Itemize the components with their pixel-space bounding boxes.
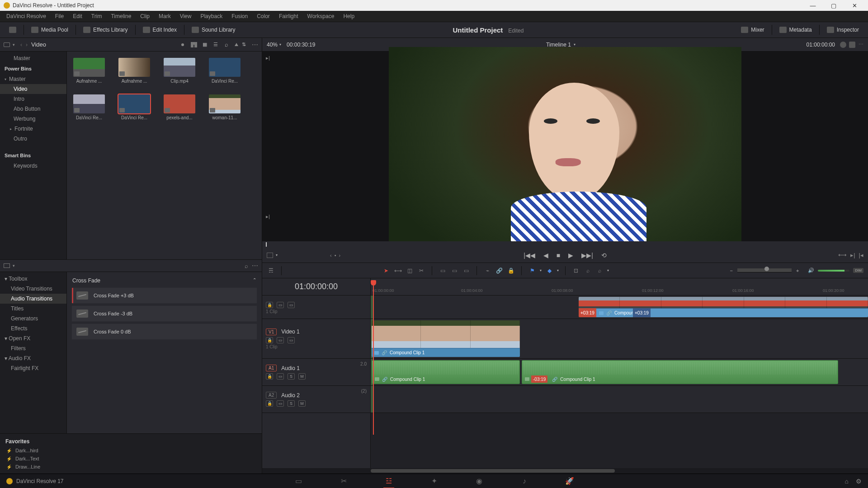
track-toggle[interactable]: ▭ <box>277 373 284 380</box>
track-toggle[interactable]: ▭ <box>277 400 284 407</box>
lane-v1[interactable]: 🔗Compound Clip 1 <box>371 319 868 359</box>
tree-pb-master[interactable]: ▾Master <box>0 74 66 84</box>
dim-button[interactable]: DIM <box>853 268 863 273</box>
detail-zoom-icon[interactable]: ⌕ <box>584 267 592 274</box>
list-view-icon[interactable]: ☰ <box>212 41 219 48</box>
viewer-mode-icon[interactable] <box>267 253 273 258</box>
tree-master[interactable]: Master <box>0 53 66 63</box>
bin-clip[interactable]: DaVinci Re... <box>209 58 241 84</box>
tab-fairlight[interactable]: ♪ <box>518 476 531 487</box>
full-extent-zoom-icon[interactable]: ⊡ <box>572 267 580 274</box>
viewer-more-icon[interactable]: ⋯ <box>859 42 863 47</box>
sort-icon[interactable]: ⇅ <box>240 41 247 48</box>
menu-file[interactable]: File <box>51 12 68 21</box>
master-timecode[interactable]: 01:00:00:00 <box>807 42 835 48</box>
chevron-down-icon[interactable]: ▾ <box>279 42 281 47</box>
source-timecode[interactable]: 00:00:30:19 <box>287 42 315 48</box>
menu-timeline[interactable]: Timeline <box>106 12 136 21</box>
menu-mark[interactable]: Mark <box>154 12 175 21</box>
timeline-ruler[interactable]: 01:00:00:00 01:00:04:00 01:00:08:00 01:0… <box>371 278 868 296</box>
custom-zoom-icon[interactable]: ⌕ <box>595 267 604 274</box>
fx-filters[interactable]: Filters <box>0 343 66 353</box>
tree-outro[interactable]: Outro <box>0 134 66 144</box>
blade-tool[interactable]: ✂ <box>417 267 425 274</box>
flag-icon[interactable]: ⚑ <box>528 267 536 274</box>
fx-item-crossfade-plus3[interactable]: Cross Fade +3 dB <box>71 287 257 304</box>
fx-layout-icon[interactable] <box>4 263 10 268</box>
next-edit-icon[interactable]: ▸| <box>850 252 855 258</box>
track-toggle[interactable]: ▭ <box>277 302 284 308</box>
step-fwd-button[interactable]: ▶▶| <box>581 252 593 259</box>
jump-last-icon[interactable]: ▸| <box>266 214 270 220</box>
zoom-out-button[interactable]: − <box>730 268 732 273</box>
lock-icon[interactable]: 🔒 <box>507 267 515 274</box>
speaker-icon[interactable]: 🔊 <box>808 267 814 273</box>
fx-category-header[interactable]: Cross Fade⌃ <box>71 276 257 287</box>
maximize-button[interactable]: ▢ <box>824 0 844 10</box>
track-header-a1[interactable]: A1Audio 1 2.0 🔒▭SM <box>262 359 370 386</box>
minimize-button[interactable]: — <box>803 0 823 10</box>
link-icon[interactable]: 🔗 <box>495 267 503 274</box>
bin-breadcrumb[interactable]: Video <box>31 41 181 48</box>
tree-power-bins-header[interactable]: Power Bins <box>0 63 66 74</box>
lock-icon[interactable]: 🔒 <box>266 400 273 407</box>
lock-icon[interactable]: 🔒 <box>266 373 273 380</box>
viewer-zoom[interactable]: 40% <box>267 42 278 48</box>
fx-toolbox[interactable]: ▾ Toolbox <box>0 274 66 284</box>
go-start-button[interactable]: |◀◀ <box>524 252 535 259</box>
mixer-button[interactable]: Mixer <box>736 24 769 35</box>
bin-clip[interactable]: woman-11... <box>209 94 241 120</box>
snapping-icon[interactable]: ⌁ <box>483 267 491 274</box>
inspector-button[interactable]: Inspector <box>822 24 863 35</box>
project-settings-icon[interactable]: ⚙ <box>856 478 862 485</box>
favorite-item[interactable]: ⚡Dark...hird <box>0 446 262 455</box>
tree-intro[interactable]: Intro <box>0 94 66 104</box>
bin-more-icon[interactable]: ⋯ <box>252 41 258 48</box>
menu-appname[interactable]: DaVinci Resolve <box>2 12 51 21</box>
bin-clip[interactable]: Aufnahme ... <box>73 58 105 84</box>
stop-button[interactable]: ■ <box>557 252 560 259</box>
bin-layout-icon[interactable] <box>4 42 10 47</box>
step-back-button[interactable]: ◀ <box>543 252 548 259</box>
chevron-down-icon[interactable]: ▾ <box>13 263 15 268</box>
lock-icon[interactable]: 🔒 <box>266 302 273 308</box>
track-header-v1[interactable]: V1Video 1 🔒▭▭ 1 Clip <box>262 319 370 359</box>
mute-button[interactable]: M <box>298 373 306 380</box>
track-header-v2[interactable]: 🔒▭▭ 1 Clip <box>262 296 370 319</box>
filter-icon[interactable] <box>235 43 238 46</box>
favorite-item[interactable]: ⚡Dark...Text <box>0 455 262 463</box>
sidebar-toggle-button[interactable] <box>5 24 21 35</box>
chevron-down-icon[interactable]: ▾ <box>276 253 278 257</box>
chevron-down-icon[interactable]: ▾ <box>557 268 559 272</box>
fx-openfx[interactable]: ▾ Open FX <box>0 333 66 343</box>
chevron-down-icon[interactable]: ▾ <box>540 268 542 272</box>
tree-smart-bins-header[interactable]: Smart Bins <box>0 150 66 161</box>
clip-v1-compound[interactable]: 🔗Compound Clip 1 <box>372 320 520 357</box>
lock-icon[interactable]: 🔒 <box>266 337 273 343</box>
tab-deliver[interactable]: 🚀 <box>563 476 576 487</box>
lane-a2[interactable] <box>371 386 868 413</box>
mute-button[interactable]: M <box>298 400 306 407</box>
solo-button[interactable]: S <box>288 400 295 407</box>
selection-tool[interactable]: ➤ <box>382 267 390 274</box>
chevron-down-icon[interactable]: ▾ <box>607 268 609 272</box>
chevron-down-icon[interactable]: ▾ <box>13 42 15 47</box>
menu-view[interactable]: View <box>175 12 196 21</box>
mark-in-out-icon[interactable]: ⟷ <box>838 252 847 258</box>
menu-trim[interactable]: Trim <box>87 12 107 21</box>
tab-color[interactable]: ◉ <box>473 476 486 487</box>
menu-fusion[interactable]: Fusion <box>227 12 252 21</box>
loop-button[interactable]: ⟲ <box>601 252 607 259</box>
favorite-item[interactable]: ⚡Draw...Line <box>0 463 262 471</box>
fx-more-icon[interactable]: ⋯ <box>252 262 258 269</box>
track-toggle[interactable]: ▭ <box>277 337 284 343</box>
tab-media[interactable]: ▭ <box>292 476 305 487</box>
menu-playback[interactable]: Playback <box>196 12 227 21</box>
fx-item-crossfade-minus3[interactable]: Cross Fade -3 dB <box>71 305 257 322</box>
fx-generators[interactable]: Generators <box>0 314 66 324</box>
home-icon[interactable]: ⌂ <box>845 478 849 485</box>
menu-clip[interactable]: Clip <box>136 12 154 21</box>
track-header-a2[interactable]: A2Audio 2 (2) 🔒▭SM <box>262 386 370 413</box>
menu-edit[interactable]: Edit <box>68 12 87 21</box>
timeline-scrollbar[interactable] <box>262 468 868 474</box>
